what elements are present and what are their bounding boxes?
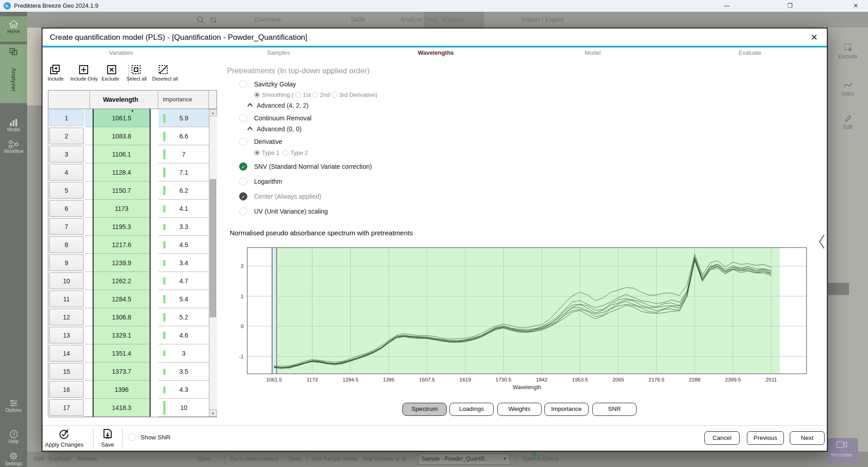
importance-cell[interactable]: 7 xyxy=(159,145,209,163)
table-row[interactable]: 151373.73.5 xyxy=(48,362,217,381)
sidebar-item-settings[interactable]: Settings xyxy=(0,452,27,467)
include-only-button[interactable] xyxy=(71,64,97,77)
wavelength-cell[interactable]: 1373.7 xyxy=(94,362,150,381)
sidebar-item-home[interactable]: Home xyxy=(0,16,27,42)
row-number-cell[interactable]: 10 xyxy=(49,272,84,289)
scrollbar-thumb[interactable] xyxy=(210,179,216,317)
table-row[interactable]: 21083.86.6 xyxy=(48,127,217,145)
third-derivative-radio[interactable] xyxy=(331,92,337,98)
sort-arrows-icon[interactable] xyxy=(209,15,218,24)
add-sample-model-button[interactable]: Add Sample model xyxy=(312,456,358,462)
include-button[interactable] xyxy=(42,64,69,77)
row-number-cell[interactable]: 2 xyxy=(49,128,84,144)
show-snr-radio[interactable] xyxy=(128,433,136,441)
recorder-button[interactable]: Recorder xyxy=(826,438,858,462)
minimize-button[interactable]: — xyxy=(718,0,736,12)
tab-table[interactable]: Table xyxy=(326,12,389,28)
row-number-cell[interactable]: 13 xyxy=(49,327,84,343)
uv-scaling-checkbox[interactable] xyxy=(239,207,247,215)
next-button[interactable]: Next xyxy=(790,431,825,445)
previous-button[interactable]: Previous xyxy=(747,431,784,445)
remove-button[interactable]: Remove xyxy=(77,456,97,462)
table-row[interactable]: 81217.64.5 xyxy=(48,236,217,254)
sidebar-item-analyzer[interactable]: Analyzer xyxy=(0,44,27,103)
save-model-button[interactable] xyxy=(102,429,113,442)
table-row[interactable]: 41128.47.1 xyxy=(48,163,217,181)
table-row[interactable]: 91239.93.4 xyxy=(48,254,217,272)
sidebar-item-workflow[interactable]: Workflow xyxy=(0,140,27,161)
type2-radio[interactable] xyxy=(283,150,288,156)
wavelength-cell[interactable]: 1128.4 xyxy=(94,163,150,181)
snv-checkbox[interactable]: ✓ xyxy=(239,162,247,171)
table-row[interactable]: 101262.24.7 xyxy=(48,272,217,290)
importance-cell[interactable]: 4.7 xyxy=(159,272,209,290)
restore-button[interactable]: ❐ xyxy=(781,0,799,12)
importance-cell[interactable]: 4.1 xyxy=(159,200,209,218)
view-loadings-button[interactable]: Loadings xyxy=(449,403,494,416)
table-row[interactable]: 131329.14.6 xyxy=(48,326,217,344)
step-wavelengths[interactable]: Wavelengths xyxy=(386,49,486,56)
row-number-cell[interactable]: 16 xyxy=(49,381,84,398)
wavelength-cell[interactable]: 1418.3 xyxy=(94,399,150,417)
center-checkbox[interactable]: ✓ xyxy=(239,192,247,200)
table-row[interactable]: 121306.85.2 xyxy=(48,308,217,326)
importance-cell[interactable]: 4.6 xyxy=(159,326,209,344)
wavelength-cell[interactable]: 1083.8 xyxy=(94,127,150,145)
open-in-evince-button[interactable]: Open in Evince xyxy=(522,456,559,462)
continuum-advanced-link[interactable]: Advanced (0, 0) xyxy=(257,125,302,133)
apply-changes-button[interactable] xyxy=(58,429,70,442)
savitzky-golay-checkbox[interactable] xyxy=(239,80,247,88)
importance-cell[interactable]: 3.4 xyxy=(159,254,209,272)
view-weights-button[interactable]: Weights xyxy=(497,403,542,416)
deselect-all-button[interactable] xyxy=(150,64,176,77)
sidebar-item-options[interactable]: Options xyxy=(0,399,27,420)
table-row[interactable]: 111284.55.4 xyxy=(48,290,217,308)
cancel-button[interactable]: Cancel xyxy=(704,431,740,445)
row-number-cell[interactable]: 6 xyxy=(49,200,84,217)
importance-column-header[interactable]: Importance xyxy=(158,91,209,109)
second-derivative-radio[interactable] xyxy=(312,92,318,98)
wavelength-cell[interactable]: 1195.3 xyxy=(94,218,150,236)
collapse-arrow-icon[interactable] xyxy=(247,102,253,108)
step-model[interactable]: Model xyxy=(543,49,642,56)
importance-cell[interactable]: 4.5 xyxy=(159,236,209,254)
row-number-cell[interactable]: 8 xyxy=(49,236,84,253)
step-variables[interactable]: Variables xyxy=(71,49,171,56)
savitzky-advanced-link[interactable]: Advanced (4, 2, 2) xyxy=(257,102,308,109)
step-evaluate[interactable]: Evaluate xyxy=(700,49,800,56)
continuum-removal-checkbox[interactable] xyxy=(239,114,247,122)
row-number-cell[interactable]: 7 xyxy=(49,218,84,235)
select-all-button[interactable] xyxy=(123,64,149,77)
table-row[interactable]: 31106.17 xyxy=(48,145,217,163)
row-number-cell[interactable]: 4 xyxy=(49,164,84,181)
search-icon[interactable] xyxy=(197,16,205,24)
table-row[interactable]: 51150.76.2 xyxy=(48,181,217,200)
importance-cell[interactable]: 6.2 xyxy=(159,181,209,200)
sample-dropdown[interactable]: ▼Sample - Powder_Quantifi... xyxy=(418,453,510,465)
scroll-down-arrow[interactable]: ▼ xyxy=(209,410,217,417)
sidebar-item-model[interactable]: Model xyxy=(0,119,27,139)
view-importance-button[interactable]: Importance xyxy=(544,403,589,416)
wavelength-column-header[interactable]: Wavelength △ xyxy=(90,91,158,109)
row-number-cell[interactable]: 12 xyxy=(49,309,84,325)
row-number-cell[interactable]: 15 xyxy=(49,363,84,380)
row-number-cell[interactable]: 9 xyxy=(49,254,84,271)
row-number-cell[interactable]: 17 xyxy=(49,399,84,416)
table-row[interactable]: 1613964.3 xyxy=(48,381,217,399)
view-spectrum-button[interactable]: Spectrum xyxy=(402,403,447,416)
view-snr-button[interactable]: SNR xyxy=(592,403,637,416)
right-exclude-item[interactable]: Exclude xyxy=(828,43,868,60)
importance-cell[interactable]: 6.6 xyxy=(159,127,209,145)
importance-cell[interactable]: 3 xyxy=(159,344,209,362)
right-edit-item[interactable]: Edit xyxy=(828,114,868,130)
tab-explore[interactable]: Explore xyxy=(422,12,486,28)
wavelength-cell[interactable]: 1217.6 xyxy=(94,236,150,254)
goto-measurement-button[interactable]: Go to measurement xyxy=(231,456,278,462)
wavelength-cell[interactable]: 1106.1 xyxy=(94,145,150,163)
wavelength-cell[interactable]: 1306.8 xyxy=(94,308,150,326)
right-statistics-item[interactable]: istics xyxy=(828,81,868,97)
importance-cell[interactable]: 5.9 xyxy=(159,109,209,127)
duplicate-button[interactable]: Duplicate xyxy=(48,456,71,462)
importance-cell[interactable]: 3.3 xyxy=(159,218,209,236)
table-row[interactable]: 71195.33.3 xyxy=(48,218,217,236)
